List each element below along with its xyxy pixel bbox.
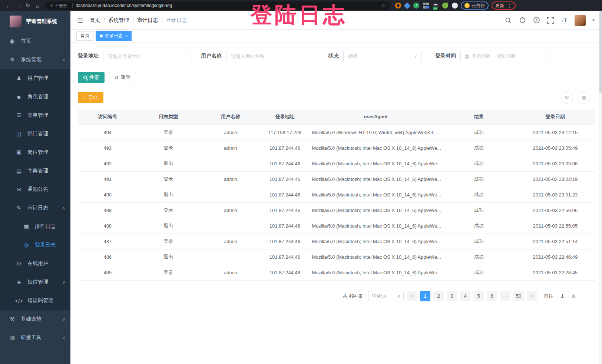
browser-update-button[interactable]: 更新 ⋮	[492, 1, 516, 10]
export-button[interactable]: ↓ 导出	[78, 92, 103, 103]
browser-forward-button[interactable]: →	[13, 3, 23, 9]
fullscreen-icon[interactable]	[546, 16, 555, 24]
cell-result: 成功	[443, 265, 515, 280]
menu-item-label: 用户管理	[27, 75, 65, 82]
next-page-button[interactable]: >	[527, 291, 537, 301]
browser-home-button[interactable]: ⌂	[33, 3, 42, 9]
extension-leaf-icon[interactable]	[442, 3, 448, 9]
cell-user-agent: Mozilla/5.0 (Macintosh; Intel Mac OS X 1…	[308, 156, 443, 171]
table-row[interactable]: 487 登录 admin 101.87.244.46 Mozilla/5.0 (…	[78, 234, 595, 249]
sidebar-item-dictionary-management[interactable]: ▤ 字典管理	[0, 162, 70, 180]
page-size-select[interactable]: 10条/页 ∨	[368, 291, 404, 301]
menu-item-label: 操作日志	[35, 223, 65, 230]
chevron-icon: ∨	[62, 317, 65, 322]
extension-orange-icon[interactable]	[395, 3, 401, 9]
cell-log-type: 退出	[138, 187, 200, 202]
extension-list-icon[interactable]: on	[433, 3, 439, 9]
table-row[interactable]: 494 登录 admin 117.159.17.226 Mozilla/5.0 …	[78, 125, 595, 140]
font-size-icon[interactable]: TT	[560, 16, 569, 24]
refresh-icon: ↻	[565, 95, 569, 100]
login-time-range-picker[interactable]: ▦ 开始日期 - 结束日期	[460, 50, 546, 62]
tab-login-log[interactable]: 登录日志 ×	[96, 31, 132, 41]
sidebar-item-infrastructure[interactable]: ⚒ 基础设施 ∨	[0, 310, 70, 328]
extension-grid-icon[interactable]	[423, 3, 429, 9]
not-secure-warning[interactable]: ⚠ 不安全	[50, 3, 67, 9]
reset-button[interactable]: ↺ 重置	[109, 72, 136, 83]
help-question-icon[interactable]: ?	[532, 16, 540, 24]
cell-result: 成功	[443, 125, 515, 140]
sidebar-item-error-code-management[interactable]: </> 错误码管理	[0, 291, 70, 310]
table-row[interactable]: 488 退出 101.87.244.46 Mozilla/5.0 (Macint…	[78, 218, 595, 234]
profile-paused-badge[interactable]: 已暂停	[461, 1, 489, 10]
menu-item-label: 字典管理	[27, 168, 65, 174]
sidebar-item-home[interactable]: ◉ 首页	[0, 32, 70, 50]
columns-icon: ▥	[581, 95, 586, 100]
table-row[interactable]: 486 退出 101.87.244.46 Mozilla/5.0 (Macint…	[78, 249, 595, 265]
bookmark-star-icon[interactable]: ☆	[381, 3, 386, 9]
breadcrumb-audit-log[interactable]: 审计日志	[137, 17, 158, 24]
sidebar-item-audit-log[interactable]: ✎ 审计日志 ∧	[0, 199, 70, 217]
browser-menu-icon[interactable]: ⋮	[507, 3, 512, 9]
table-row[interactable]: 489 登录 admin 101.87.244.46 Mozilla/5.0 (…	[78, 202, 595, 218]
sidebar-item-operation-log[interactable]: ▦ 操作日志	[0, 217, 70, 236]
sidebar-item-online-users[interactable]: ⊙ 在线用户	[0, 254, 70, 273]
extensions-puzzle-icon[interactable]	[452, 3, 458, 9]
address-bar[interactable]: ⚠ 不安全 dashboard.yudao.iocoder.cn/system/…	[45, 1, 390, 10]
status-select[interactable]: 结果 ∨	[343, 50, 422, 62]
pagination-page-ellipsis[interactable]: ···	[500, 291, 510, 301]
tab-home[interactable]: 首页	[76, 31, 93, 41]
cell-result: 成功	[443, 202, 515, 218]
sidebar-item-role-management[interactable]: ☻ 角色管理	[0, 87, 70, 106]
pagination-page-2[interactable]: 2	[433, 291, 444, 301]
prev-page-button[interactable]: <	[407, 291, 417, 301]
pagination-page-6[interactable]: 6	[487, 291, 497, 301]
pagination-page-3[interactable]: 3	[447, 291, 457, 301]
user-avatar[interactable]	[575, 15, 586, 26]
chevron-icon: ∨	[62, 280, 65, 285]
pagination-page-4[interactable]: 4	[460, 291, 470, 301]
column-settings-button[interactable]: ▥	[578, 91, 590, 104]
search-icon[interactable]	[504, 16, 512, 24]
extension-green-icon[interactable]	[413, 3, 419, 9]
goto-page-input[interactable]	[556, 291, 569, 301]
page-scrollbar[interactable]	[599, 11, 602, 364]
browser-reload-button[interactable]: ↻	[23, 2, 33, 9]
extension-gem-icon[interactable]	[404, 2, 410, 9]
sidebar-item-notice-announcement[interactable]: ✉ 通知公告	[0, 180, 70, 199]
table-row[interactable]: 485 登录 admin 101.87.244.46 Mozilla/5.0 (…	[78, 265, 595, 280]
sidebar-item-system-management[interactable]: ⚙ 系统管理 ∧	[0, 50, 70, 69]
table-row[interactable]: 491 登录 admin 101.87.244.46 Mozilla/5.0 (…	[78, 171, 595, 187]
breadcrumb-system[interactable]: 系统管理	[108, 17, 129, 24]
sidebar-item-sms-management[interactable]: ◈ 短信管理 ∨	[0, 273, 70, 291]
refresh-button[interactable]: ↻	[560, 91, 573, 104]
table-row[interactable]: 490 退出 101.87.244.46 Mozilla/5.0 (Macint…	[78, 187, 595, 202]
pagination-page-50[interactable]: 50	[513, 291, 524, 301]
search-button[interactable]: 搜索	[78, 72, 105, 83]
browser-back-button[interactable]: ←	[4, 3, 13, 9]
app-logo[interactable]: 芋道管理系统	[0, 11, 70, 32]
login-address-input[interactable]	[103, 50, 192, 62]
table-row[interactable]: 493 登录 admin 101.87.244.46 Mozilla/5.0 (…	[78, 140, 595, 156]
menu-item-label: 系统管理	[21, 56, 62, 63]
sidebar-item-position-management[interactable]: ▣ 岗位管理	[0, 143, 70, 162]
sidebar-item-department-management[interactable]: ◫ 部门管理	[0, 125, 70, 143]
breadcrumb-home[interactable]: 首页	[90, 17, 100, 24]
cell-user-agent: Mozilla/5.0 (Macintosh; Intel Mac OS X 1…	[308, 171, 443, 187]
cell-result: 成功	[443, 234, 515, 249]
avatar-caret-down-icon[interactable]: ▼	[592, 18, 595, 22]
page-content: 登录地址 用户名称 状态 结果 ∨ 登录时间 ▦ 开始日期 - 结束日期	[70, 42, 602, 364]
sidebar-item-login-log[interactable]: ◷ 登录日志	[0, 236, 70, 254]
sidebar-item-rd-tools[interactable]: ▥ 研发工具 ∨	[0, 328, 70, 347]
dictionary-icon: ▤	[15, 168, 23, 174]
sidebar-toggle-icon[interactable]: ☰	[77, 16, 83, 24]
github-icon[interactable]	[518, 16, 526, 24]
table-header-row: 访问编号 日志类型 用户名称 登录地址 userAgent 结果 登录日期	[78, 109, 595, 125]
username-input[interactable]	[226, 50, 315, 62]
cell-login-address: 101.87.244.46	[262, 187, 308, 202]
sidebar-item-user-management[interactable]: ♟ 用户管理	[0, 69, 70, 87]
pagination-page-1[interactable]: 1	[420, 291, 430, 301]
tab-close-icon[interactable]: ×	[125, 34, 128, 38]
pagination-page-5[interactable]: 5	[473, 291, 484, 301]
table-row[interactable]: 492 退出 101.87.244.46 Mozilla/5.0 (Macint…	[78, 156, 595, 171]
sidebar-item-menu-management[interactable]: ☰ 菜单管理	[0, 106, 70, 125]
